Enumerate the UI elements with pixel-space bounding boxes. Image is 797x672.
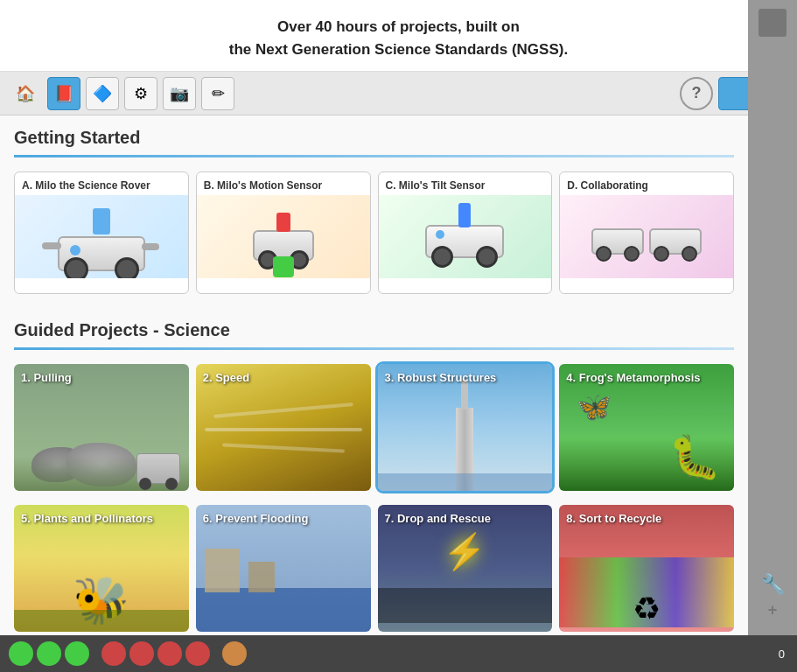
status-dot-3 [65,641,89,666]
milo-chassis-a [58,236,145,271]
pr-wheel-r [165,478,178,490]
frog-emoji: 🐛 [668,433,721,482]
building-2 [248,562,275,592]
gs-card-a[interactable]: A. Milo the Science Rover [14,172,189,294]
gp-card-6-title: 6. Prevent Flooding [203,512,364,525]
milo-robot-b [253,230,314,261]
gp-card-2-title: 2. Speed [203,371,364,384]
gp-card-3[interactable]: 3. Robust Structures [378,364,553,491]
gs-card-d[interactable]: D. Collaborating [559,172,734,294]
header-banner: Over 40 hours of projects, built on the … [0,0,797,72]
header-line1: Over 40 hours of projects, built on [9,16,788,38]
gp-card-7[interactable]: 7. Drop and Rescue ⚡ [378,505,553,632]
gp-card-1-title: 1. Pulling [21,371,182,384]
robot-d1 [591,228,644,255]
guided-projects-header: Guided Projects - Science [0,308,748,347]
accessory-b [273,256,294,277]
camera-button[interactable]: 📷 [163,77,196,110]
milo-wheel-left-a [64,257,88,279]
gs-card-b[interactable]: B. Milo's Motion Sensor [196,172,371,294]
home-button[interactable]: 🏠 [9,77,42,110]
dark-base [378,588,553,623]
status-dot-1 [9,641,33,666]
guided-projects-row1: 1. Pulling 2. Speed 3. [0,364,748,505]
getting-started-header: Getting Started [0,116,748,155]
gp-card-3-title: 3. Robust Structures [385,371,546,384]
status-dots-group [9,641,247,666]
building-1 [205,549,240,592]
pencil-button[interactable]: ✏ [201,77,234,110]
speed-line3 [222,444,345,453]
milo-robot-a [58,203,145,271]
wheel-d1r [624,246,640,262]
gp-card-8-title: 8. Sort to Recycle [566,512,727,525]
guided-projects-divider [14,347,734,350]
chassis-c [425,225,504,258]
gp-card-1[interactable]: 1. Pulling [14,364,189,491]
sidebar-tools: 🔧 + [761,573,785,620]
recycle-emoji: ♻ [633,591,661,627]
speed-line2 [205,428,362,431]
gs-card-d-title: D. Collaborating [560,172,733,195]
milo-arm-a [42,242,61,249]
gp-card-6[interactable]: 6. Prevent Flooding [196,505,371,632]
water-base [378,473,553,491]
gp-card-2[interactable]: 2. Speed [196,364,371,491]
milo-robot-c [425,225,504,258]
butterfly-emoji: 🦋 [577,390,612,424]
status-dot-6 [157,641,182,666]
sensor-b [276,213,290,232]
page-count: 0 [779,648,785,661]
gs-card-d-img [560,195,733,278]
gs-card-b-img [197,195,370,278]
gp-card-7-title: 7. Drop and Rescue [385,512,546,525]
getting-started-grid: A. Milo the Science Rover [0,172,748,308]
main-content: Getting Started A. Milo the Science Rove… [0,116,748,672]
status-dot-8 [222,641,247,666]
gp-card-5[interactable]: 5. Plants and Pollinators 🐝 [14,505,189,632]
gear-button[interactable]: ⚙ [124,77,157,110]
wheel-d2r [682,246,697,262]
collab-robots [591,213,702,262]
help-button[interactable]: ? [680,77,713,110]
wrench-icon[interactable]: 🔧 [761,573,785,596]
header-line2: the Next Generation Science Standards (N… [9,38,788,61]
pr-wheel-l [139,478,151,490]
gs-card-c[interactable]: C. Milo's Tilt Sensor [378,172,553,294]
lightning-icon: ⚡ [443,531,486,572]
status-bar: 0 [0,635,797,672]
milo-arm-right-a [142,243,159,250]
gs-card-b-title: B. Milo's Motion Sensor [197,172,370,195]
robot-d2 [649,228,702,255]
speed-line1 [213,402,353,418]
eye-c [436,230,444,239]
status-dot-2 [37,641,61,666]
wheel-d1l [596,246,612,262]
guided-projects-row2: 5. Plants and Pollinators 🐝 6. Prevent F… [0,505,748,646]
cube-button[interactable]: 🔷 [86,77,119,110]
flood-water [196,588,371,632]
wheel-cr [476,246,498,268]
gp-card-8[interactable]: 8. Sort to Recycle ♻ [559,505,734,632]
status-dot-4 [101,641,126,666]
status-dot-5 [129,641,154,666]
pulling-robot [136,453,180,484]
window-btn-blue[interactable] [718,77,752,110]
sidebar-top-btn[interactable] [759,9,787,37]
gs-card-a-img [15,195,188,278]
gs-card-a-title: A. Milo the Science Rover [15,172,188,195]
gs-card-c-img [379,195,552,278]
tilt-sensor [458,203,471,228]
milo-eye-a [70,245,80,256]
milo-sensor-a [93,208,110,234]
wheel-cl [431,246,453,268]
gp-card-4-title: 4. Frog's Metamorphosis [566,371,727,384]
gp-card-4[interactable]: 4. Frog's Metamorphosis 🐛 🦋 [559,364,734,491]
book-button[interactable]: 📕 [47,77,80,110]
gs-card-c-title: C. Milo's Tilt Sensor [379,172,552,195]
status-dot-7 [185,641,210,666]
plus-icon[interactable]: + [768,601,778,620]
milo-wheel-right-a [115,257,139,279]
wheel-d2l [654,246,669,262]
grass-base [14,610,189,632]
